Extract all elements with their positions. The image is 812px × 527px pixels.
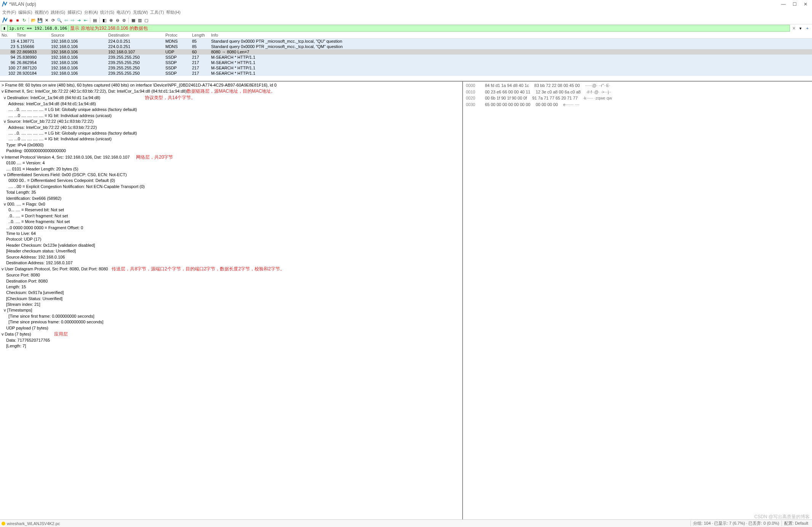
tree-line[interactable]: Destination Port: 8080 xyxy=(2,278,461,284)
tree-line[interactable]: .... ..0. .... .... .... .... = LG bit: … xyxy=(2,107,461,112)
tree-line[interactable]: UDP payload (7 bytes) xyxy=(2,325,461,331)
tree-line[interactable]: [Checksum Status: Unverified] xyxy=(2,296,461,302)
zoom-out-icon[interactable]: ⊖ xyxy=(114,17,120,23)
find-icon[interactable]: 🔍 xyxy=(56,17,62,23)
close-file-icon[interactable]: ✕ xyxy=(43,17,50,23)
capture-options-icon[interactable]: ↻ xyxy=(21,17,27,23)
tree-line[interactable]: Source Port: 8080 xyxy=(2,272,461,278)
tree-line[interactable]: .... ...0 .... .... .... .... = IG bit: … xyxy=(2,113,461,119)
filter-dropdown-icon[interactable]: ▾ xyxy=(798,25,804,31)
save-icon[interactable]: 💾 xyxy=(37,17,43,23)
tree-line[interactable]: Source Address: 192.168.0.106 xyxy=(2,254,461,260)
packet-row[interactable]: 10027.887120192.168.0.106239.255.255.250… xyxy=(0,65,812,71)
packet-row[interactable]: 9626.862954192.168.0.106239.255.255.250S… xyxy=(0,60,812,65)
menu-item[interactable]: 分析(A) xyxy=(83,9,99,16)
tree-line[interactable]: v Differentiated Services Field: 0x00 (D… xyxy=(2,172,461,178)
packet-row[interactable]: 9425.838990192.168.0.106239.255.255.250S… xyxy=(0,55,812,60)
tree-line[interactable]: ...0 0000 0000 0000 = Fragment Offset: 0 xyxy=(2,225,461,231)
filter-bg[interactable]: 显示 原地址为192.168.0.106 的数据包 xyxy=(69,25,790,32)
filter-toolbar-icon[interactable]: ▥ xyxy=(137,17,143,23)
tree-line[interactable]: [Stream index: 21] xyxy=(2,302,461,307)
menu-item[interactable]: 工具(T) xyxy=(149,9,165,16)
goto-icon[interactable]: ➔ xyxy=(76,17,82,23)
tree-line[interactable]: v Data (7 bytes) 应用层 xyxy=(2,331,461,337)
hex-row[interactable]: 000084 fd d1 1a 94 d8 40 1c83 bb 72 22 0… xyxy=(466,82,809,89)
tree-line[interactable]: 0000 00.. = Differentiated Services Code… xyxy=(2,178,461,183)
tree-line[interactable]: v 000. .... = Flags: 0x0 xyxy=(2,201,461,207)
column-header[interactable]: Protoc xyxy=(165,32,191,38)
first-icon[interactable]: ⇤ xyxy=(82,17,88,23)
tree-line[interactable]: > Frame 88: 60 bytes on wire (480 bits),… xyxy=(2,82,461,88)
tree-line[interactable]: Padding: 000000000000000000 xyxy=(2,148,461,154)
tree-line[interactable]: v User Datagram Protocol, Src Port: 8080… xyxy=(2,266,461,272)
hex-row[interactable]: 002000 6b 1f 90 1f 90 00 0f91 7a 71 77 6… xyxy=(466,95,809,101)
tree-line[interactable]: v Source: IntelCor_bb:72:22 (40:1c:83:bb… xyxy=(2,119,461,124)
tree-line[interactable]: Length: 15 xyxy=(2,284,461,290)
tree-line[interactable]: Checksum: 0x917a [unverified] xyxy=(2,290,461,296)
tree-line[interactable]: [Length: 7] xyxy=(2,343,461,349)
next-icon[interactable]: ⇨ xyxy=(69,17,75,23)
menu-item[interactable]: 无线(W) xyxy=(132,9,149,16)
column-header[interactable]: Length xyxy=(191,32,210,38)
reload-icon[interactable]: ⟳ xyxy=(50,17,56,23)
zoom-in-icon[interactable]: ⊕ xyxy=(108,17,114,23)
filter-clear-icon[interactable]: ✕ xyxy=(791,25,797,31)
tree-line[interactable]: v Destination: IntelCor_1a:94:d8 (84:fd:… xyxy=(2,95,461,101)
tree-line[interactable]: Total Length: 35 xyxy=(2,190,461,195)
filter-add-icon[interactable]: + xyxy=(804,25,810,31)
prev-icon[interactable]: ⇦ xyxy=(63,17,69,23)
display-filter-icon[interactable]: ▮ xyxy=(1,25,8,32)
menu-item[interactable]: 编辑(E) xyxy=(18,9,33,16)
tree-line[interactable]: Destination Address: 192.168.0.107 xyxy=(2,260,461,266)
tree-line[interactable]: v Ethernet II, Src: IntelCor_bb:72:22 (4… xyxy=(2,88,461,95)
capture-stop-icon[interactable]: ◉ xyxy=(8,17,14,23)
column-header[interactable]: Time xyxy=(16,32,50,38)
packet-bytes-pane[interactable]: 000084 fd d1 1a 94 d8 40 1c83 bb 72 22 0… xyxy=(463,82,812,525)
column-header[interactable]: Destination xyxy=(107,32,165,38)
capture-restart-icon[interactable]: ■ xyxy=(14,17,21,23)
tree-line[interactable]: 0... .... = Reserved bit: Not set xyxy=(2,207,461,213)
tree-line[interactable]: .... ...0 .... .... .... .... = IG bit: … xyxy=(2,136,461,142)
auto-scroll-icon[interactable]: ▤ xyxy=(92,17,98,23)
menu-item[interactable]: 文件(F) xyxy=(2,9,17,16)
tree-line[interactable]: Protocol: UDP (17) xyxy=(2,236,461,242)
tree-line[interactable]: Address: IntelCor_bb:72:22 (40:1c:83:bb:… xyxy=(2,125,461,130)
minimize-button[interactable]: — xyxy=(781,2,786,7)
packet-details-pane[interactable]: > Frame 88: 60 bytes on wire (480 bits),… xyxy=(0,82,463,525)
packet-row[interactable]: 10228.920184192.168.0.106239.255.255.250… xyxy=(0,71,812,76)
status-profile[interactable]: 配置: Default xyxy=(782,521,810,525)
tree-line[interactable]: [Header checksum status: Unverified] xyxy=(2,248,461,254)
tree-line[interactable]: [Time since first frame: 0.000000000 sec… xyxy=(2,313,461,319)
hex-row[interactable]: 001000 23 e6 66 00 00 40 1112 3e c0 a8 0… xyxy=(466,89,809,95)
menu-item[interactable]: 帮助(H) xyxy=(165,9,181,16)
packet-row[interactable]: 8822.869833192.168.0.106192.168.0.107UDP… xyxy=(0,49,812,55)
menu-item[interactable]: 跳转(G) xyxy=(50,9,66,16)
menu-item[interactable]: 电话(Y) xyxy=(116,9,131,16)
packet-row[interactable]: 235.155666192.168.0.106224.0.0.251MDNS85… xyxy=(0,44,812,49)
menu-item[interactable]: 视图(V) xyxy=(34,9,50,16)
tree-line[interactable]: ..0. .... = More fragments: Not set xyxy=(2,219,461,225)
column-header[interactable]: Info xyxy=(210,32,811,38)
capture-start-icon[interactable] xyxy=(2,17,8,23)
close-button[interactable]: ✕ xyxy=(804,2,807,7)
tree-line[interactable]: Type: IPv4 (0x0800) xyxy=(2,142,461,148)
menu-item[interactable]: 捕获(C) xyxy=(67,9,82,16)
column-header[interactable]: No. xyxy=(1,32,16,38)
open-icon[interactable]: 📂 xyxy=(30,17,37,23)
zoom-reset-icon[interactable]: ⊜ xyxy=(121,17,127,23)
packet-row[interactable]: 194.138771192.168.0.106224.0.0.251MDNS85… xyxy=(0,39,812,44)
column-header[interactable]: Source xyxy=(50,32,107,38)
display-filter-input[interactable]: ip.src == 192.168.0.106 xyxy=(8,25,69,32)
tree-line[interactable]: v [Timestamps] xyxy=(2,307,461,313)
layout-icon[interactable]: ▢ xyxy=(143,17,149,23)
colorize-icon[interactable]: ◧ xyxy=(101,17,107,23)
tree-line[interactable]: Time to Live: 64 xyxy=(2,231,461,236)
tree-line[interactable]: .... ..0. .... .... .... .... = LG bit: … xyxy=(2,130,461,136)
tree-line[interactable]: .0.. .... = Don't fragment: Not set xyxy=(2,213,461,219)
hex-row[interactable]: 003065 00 00 00 00 00 00 0000 00 00 00e·… xyxy=(466,101,809,108)
tree-line[interactable]: 0100 .... = Version: 4 xyxy=(2,160,461,166)
tree-line[interactable]: Identification: 0xe666 (58982) xyxy=(2,196,461,201)
packet-list[interactable]: No.TimeSourceDestinationProtocLengthInfo… xyxy=(0,32,812,82)
resize-columns-icon[interactable]: ▦ xyxy=(130,17,136,23)
maximize-button[interactable]: ☐ xyxy=(793,2,797,7)
